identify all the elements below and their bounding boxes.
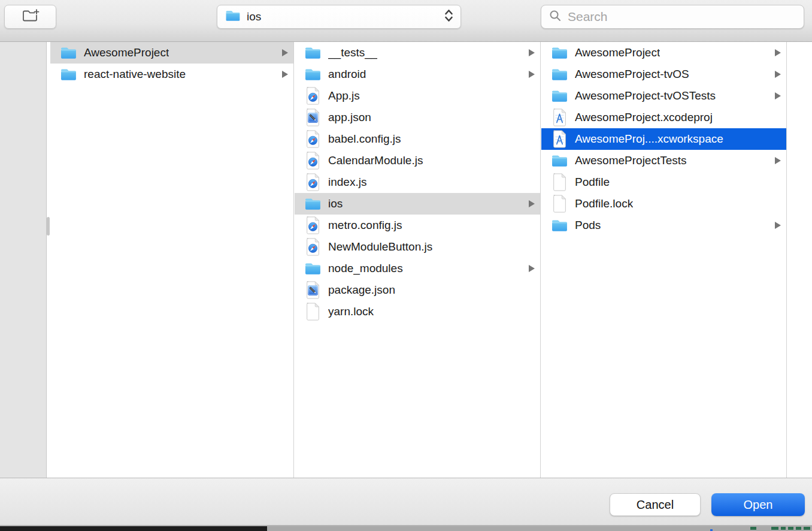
folder-row[interactable]: react-native-website: [50, 64, 293, 85]
file-name: react-native-website: [84, 68, 186, 81]
folder-icon: [550, 43, 568, 62]
folder-row[interactable]: AwesomeProject-tvOS: [541, 64, 786, 85]
file-row[interactable]: package.json: [295, 279, 540, 301]
js-icon: [304, 173, 322, 192]
disclosure-arrow-icon: [282, 49, 288, 56]
folder-icon: [304, 43, 322, 62]
file-name: AwesomeProject: [84, 46, 169, 59]
folder-icon: [550, 86, 568, 105]
disclosure-arrow-icon: [775, 222, 781, 229]
file-row[interactable]: index.js: [295, 171, 540, 193]
background-window-dark-edge: [0, 526, 267, 531]
disclosure-arrow-icon: [282, 71, 288, 78]
doc-icon: [304, 302, 322, 321]
folder-row[interactable]: __tests__: [295, 42, 540, 64]
folder-icon: [304, 65, 322, 84]
folder-icon: [304, 259, 322, 278]
dialog-footer: Cancel Open: [0, 478, 812, 525]
folder-row[interactable]: node_modules: [295, 258, 540, 279]
column-3: AwesomeProjectAwesomeProject-tvOSAwesome…: [541, 42, 787, 478]
file-name: app.json: [328, 111, 371, 124]
folder-icon: [550, 216, 568, 235]
folder-icon: [225, 9, 241, 25]
file-name: NewModuleButton.js: [328, 240, 432, 254]
file-name: android: [328, 68, 366, 81]
cancel-button[interactable]: Cancel: [610, 493, 701, 516]
folder-row[interactable]: android: [295, 64, 540, 85]
up-down-chevron-icon: [444, 8, 453, 25]
sidebar-remnant: [0, 42, 47, 478]
folder-row[interactable]: Pods: [541, 215, 786, 236]
file-row[interactable]: AwesomeProject.xcodeproj: [541, 107, 786, 128]
location-dropdown-value: ios: [247, 10, 444, 23]
open-button[interactable]: Open: [711, 493, 805, 516]
file-name: __tests__: [328, 46, 377, 59]
search-field[interactable]: [541, 5, 804, 29]
new-folder-icon: [21, 8, 40, 26]
file-name: node_modules: [328, 262, 403, 275]
column-2: __tests__androidApp.jsapp.jsonbabel.conf…: [295, 42, 541, 478]
file-name: yarn.lock: [328, 305, 374, 318]
disclosure-arrow-icon: [775, 71, 781, 78]
folder-icon: [59, 65, 77, 84]
location-dropdown[interactable]: ios: [217, 5, 461, 29]
file-name: AwesomeProject-tvOS: [575, 68, 689, 81]
file-row[interactable]: yarn.lock: [295, 301, 540, 322]
disclosure-arrow-icon: [775, 157, 781, 164]
folder-icon: [550, 65, 568, 84]
doc-icon: [550, 173, 568, 192]
disclosure-arrow-icon: [529, 200, 535, 207]
search-icon: [549, 9, 562, 25]
search-input[interactable]: [566, 9, 796, 25]
folder-icon: [59, 43, 77, 62]
file-row[interactable]: AwesomeProj....xcworkspace: [541, 128, 786, 150]
folder-row[interactable]: ios: [295, 193, 540, 215]
folder-row[interactable]: AwesomeProjectTests: [541, 150, 786, 171]
new-folder-button[interactable]: [4, 5, 56, 29]
file-name: AwesomeProject-tvOSTests: [575, 89, 716, 102]
dialog-toolbar: ios: [0, 0, 812, 42]
disclosure-arrow-icon: [529, 265, 535, 272]
file-row[interactable]: Podfile: [541, 171, 786, 193]
file-name: AwesomeProject.xcodeproj: [575, 111, 713, 124]
disclosure-arrow-icon: [775, 92, 781, 99]
file-name: index.js: [328, 176, 366, 189]
disclosure-arrow-icon: [775, 49, 781, 56]
file-name: CalendarModule.js: [328, 154, 423, 167]
column-browser: AwesomeProjectreact-native-website __tes…: [0, 42, 812, 478]
file-row[interactable]: CalendarModule.js: [295, 150, 540, 171]
js-icon: [304, 151, 322, 170]
js-icon: [304, 129, 322, 149]
file-name: Pods: [575, 219, 601, 232]
file-name: package.json: [328, 283, 395, 297]
folder-row[interactable]: AwesomeProject: [541, 42, 786, 64]
xcode-icon: [550, 108, 568, 127]
folder-row[interactable]: AwesomeProject-tvOSTests: [541, 85, 786, 107]
file-row[interactable]: metro.config.js: [295, 215, 540, 236]
disclosure-arrow-icon: [529, 49, 535, 56]
folder-icon: [304, 194, 322, 213]
xcode-icon: [550, 129, 568, 149]
js-icon: [304, 86, 322, 105]
column-1: AwesomeProjectreact-native-website: [50, 42, 294, 478]
background-window-strip: [0, 526, 812, 531]
file-row[interactable]: babel.config.js: [295, 128, 540, 150]
scrollbar-thumb[interactable]: [47, 217, 50, 236]
file-row[interactable]: Podfile.lock: [541, 193, 786, 215]
folder-row[interactable]: AwesomeProject: [50, 42, 293, 64]
js-icon: [304, 216, 322, 235]
file-name: AwesomeProj....xcworkspace: [575, 132, 723, 146]
file-name: App.js: [328, 89, 360, 102]
folder-icon: [550, 151, 568, 170]
file-name: Podfile: [575, 176, 610, 189]
file-name: ios: [328, 197, 343, 210]
file-row[interactable]: app.json: [295, 107, 540, 128]
js-icon: [304, 237, 322, 257]
file-name: AwesomeProjectTests: [575, 154, 687, 167]
file-row[interactable]: NewModuleButton.js: [295, 236, 540, 258]
json-icon: [304, 280, 322, 300]
file-row[interactable]: App.js: [295, 85, 540, 107]
file-name: AwesomeProject: [575, 46, 660, 59]
file-name: babel.config.js: [328, 132, 401, 146]
file-name: Podfile.lock: [575, 197, 633, 210]
